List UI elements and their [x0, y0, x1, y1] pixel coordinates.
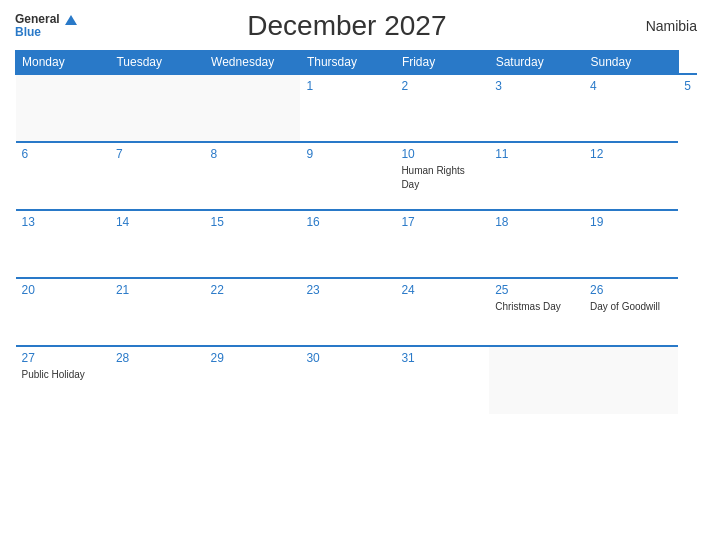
logo-triangle-icon [65, 15, 77, 25]
table-row: 14 [110, 210, 205, 278]
table-row: 26Day of Goodwill [584, 278, 678, 346]
table-row: 15 [205, 210, 301, 278]
table-row: 1 [300, 74, 395, 142]
table-row: 20 [16, 278, 110, 346]
day-number: 31 [401, 351, 483, 365]
calendar-week-row: 13141516171819 [16, 210, 698, 278]
table-row: 19 [584, 210, 678, 278]
day-number: 17 [401, 215, 483, 229]
day-number: 22 [211, 283, 295, 297]
table-row: 11 [489, 142, 584, 210]
header-wednesday: Wednesday [205, 51, 301, 75]
table-row: 12 [584, 142, 678, 210]
month-title: December 2027 [77, 10, 617, 42]
table-row: 10Human Rights Day [395, 142, 489, 210]
day-number: 14 [116, 215, 199, 229]
header-thursday: Thursday [300, 51, 395, 75]
day-number: 20 [22, 283, 104, 297]
day-number: 13 [22, 215, 104, 229]
day-number: 3 [495, 79, 578, 93]
table-row: 3 [489, 74, 584, 142]
table-row: 31 [395, 346, 489, 414]
day-number: 21 [116, 283, 199, 297]
table-row: 28 [110, 346, 205, 414]
event-label: Day of Goodwill [590, 301, 660, 312]
day-number: 10 [401, 147, 483, 161]
day-number: 4 [590, 79, 672, 93]
table-row: 7 [110, 142, 205, 210]
logo-general-text: General [15, 12, 60, 26]
table-row [16, 74, 110, 142]
day-number: 25 [495, 283, 578, 297]
calendar-week-row: 27Public Holiday28293031 [16, 346, 698, 414]
country-label: Namibia [617, 18, 697, 34]
calendar-page: General Blue December 2027 Namibia Monda… [0, 0, 712, 550]
table-row: 16 [300, 210, 395, 278]
table-row [205, 74, 301, 142]
header-sunday: Sunday [584, 51, 678, 75]
table-row: 17 [395, 210, 489, 278]
day-number: 18 [495, 215, 578, 229]
table-row: 6 [16, 142, 110, 210]
day-number: 30 [306, 351, 389, 365]
calendar-week-row: 12345 [16, 74, 698, 142]
header-friday: Friday [395, 51, 489, 75]
day-number: 1 [306, 79, 389, 93]
table-row: 24 [395, 278, 489, 346]
day-number: 24 [401, 283, 483, 297]
header-monday: Monday [16, 51, 110, 75]
calendar-week-row: 202122232425Christmas Day26Day of Goodwi… [16, 278, 698, 346]
day-number: 19 [590, 215, 672, 229]
weekday-header-row: Monday Tuesday Wednesday Thursday Friday… [16, 51, 698, 75]
day-number: 5 [684, 79, 691, 93]
table-row: 22 [205, 278, 301, 346]
day-number: 6 [22, 147, 104, 161]
table-row: 25Christmas Day [489, 278, 584, 346]
day-number: 28 [116, 351, 199, 365]
calendar-week-row: 678910Human Rights Day1112 [16, 142, 698, 210]
table-row: 29 [205, 346, 301, 414]
event-label: Public Holiday [22, 369, 85, 380]
logo: General Blue [15, 13, 77, 39]
table-row: 8 [205, 142, 301, 210]
logo-blue-text: Blue [15, 26, 77, 39]
table-row [110, 74, 205, 142]
day-number: 9 [306, 147, 389, 161]
table-row: 5 [678, 74, 697, 142]
table-row: 23 [300, 278, 395, 346]
day-number: 29 [211, 351, 295, 365]
day-number: 16 [306, 215, 389, 229]
table-row: 13 [16, 210, 110, 278]
table-row: 2 [395, 74, 489, 142]
day-number: 27 [22, 351, 104, 365]
table-row [489, 346, 584, 414]
table-row [584, 346, 678, 414]
header: General Blue December 2027 Namibia [15, 10, 697, 42]
day-number: 8 [211, 147, 295, 161]
header-tuesday: Tuesday [110, 51, 205, 75]
day-number: 23 [306, 283, 389, 297]
table-row: 27Public Holiday [16, 346, 110, 414]
day-number: 7 [116, 147, 199, 161]
day-number: 2 [401, 79, 483, 93]
day-number: 11 [495, 147, 578, 161]
calendar-table: Monday Tuesday Wednesday Thursday Friday… [15, 50, 697, 414]
table-row: 30 [300, 346, 395, 414]
table-row: 21 [110, 278, 205, 346]
day-number: 15 [211, 215, 295, 229]
header-saturday: Saturday [489, 51, 584, 75]
table-row: 4 [584, 74, 678, 142]
table-row: 18 [489, 210, 584, 278]
day-number: 26 [590, 283, 672, 297]
event-label: Human Rights Day [401, 165, 464, 190]
day-number: 12 [590, 147, 672, 161]
event-label: Christmas Day [495, 301, 561, 312]
table-row: 9 [300, 142, 395, 210]
